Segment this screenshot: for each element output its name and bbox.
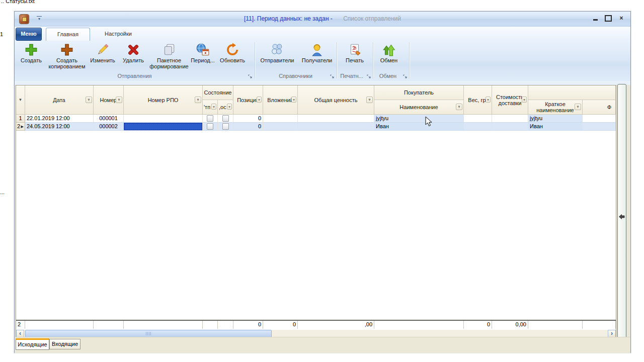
scrollbar-thumb[interactable] (25, 330, 272, 337)
delete-button-label: Удалить (118, 57, 148, 63)
row-indicator[interactable]: 1 (16, 115, 25, 123)
cell-short-name[interactable]: Иван (528, 123, 583, 131)
exchange-button-label: Обмен (375, 57, 403, 63)
cell-rpo-focused[interactable] (124, 123, 203, 131)
cell-state-tp[interactable] (203, 115, 218, 123)
table-row[interactable]: 1 22.01.2019 12:00 000001 0 jyjtyu jyjty… (16, 115, 616, 123)
maximize-icon[interactable] (604, 15, 612, 22)
refresh-button[interactable]: Обновить (218, 43, 247, 76)
cell-short-name[interactable]: jyjtyu (528, 115, 583, 123)
cell-date[interactable]: 22.01.2019 12:00 (25, 115, 94, 123)
cell-number[interactable]: 000001 (94, 115, 124, 123)
checkbox-unchecked[interactable] (207, 123, 213, 130)
edit-button[interactable]: Изменить (88, 43, 117, 76)
dialog-launcher-icon[interactable] (367, 74, 371, 78)
header-dropdown-icon[interactable]: ▾ (116, 97, 122, 103)
pencil-icon (95, 43, 110, 57)
column-header-total-value[interactable]: Общая ценность ▾ (298, 85, 374, 115)
cell-buyer-name[interactable]: Иван (374, 123, 464, 131)
header-dropdown-icon[interactable]: ▾ (291, 97, 296, 103)
checkbox-unchecked[interactable] (222, 123, 229, 130)
column-header-f[interactable]: Ф (583, 100, 616, 115)
cell-state-os[interactable] (218, 123, 233, 131)
column-header-number[interactable]: Номер ▾ (94, 85, 124, 115)
dialog-launcher-icon[interactable] (330, 74, 335, 78)
header-dropdown-icon[interactable]: ▾ (522, 97, 527, 103)
column-header-weight[interactable]: Вес, гр. ▾ (464, 85, 492, 115)
column-header-weight-label: Вес, гр. (468, 97, 487, 103)
dialog-launcher-icon[interactable] (403, 74, 408, 78)
cell-f[interactable] (583, 123, 616, 131)
cell-total-value[interactable] (298, 123, 374, 131)
create-copy-button[interactable]: Создать копированием (46, 43, 88, 76)
band-header-state[interactable]: Состояние (203, 85, 233, 100)
close-icon[interactable]: × (617, 15, 625, 22)
cell-state-tp[interactable] (203, 123, 218, 131)
header-dropdown-icon[interactable]: ▾ (195, 97, 201, 103)
tab-glavnaya[interactable]: Главная (46, 28, 90, 41)
scroll-right-icon[interactable]: › (608, 330, 616, 337)
column-header-delivery-cost[interactable]: Стоимость доставки ▾ (492, 85, 528, 115)
cell-weight[interactable] (464, 115, 492, 123)
band-header-unnamed[interactable] (528, 85, 616, 100)
header-dropdown-icon[interactable]: ▾ (456, 104, 462, 110)
cell-date[interactable]: 24.05.2019 12:00 (25, 123, 94, 131)
column-header-attachments[interactable]: Вложений ▾ (263, 85, 298, 115)
header-dropdown-icon[interactable]: ▾ (257, 97, 262, 103)
column-header-rpo[interactable]: Номер РПО ▾ (124, 85, 203, 115)
exchange-button[interactable]: Обмен (375, 43, 403, 76)
cell-weight[interactable] (464, 123, 492, 131)
create-button[interactable]: Создать (18, 43, 45, 76)
delete-button[interactable]: Удалить (118, 43, 148, 76)
grid-selector-header[interactable]: ▼ (16, 85, 25, 115)
column-header-buyer-name[interactable]: Наименование ▾ (374, 100, 464, 115)
cell-delivery-cost[interactable] (492, 123, 528, 131)
cell-delivery-cost[interactable] (492, 115, 528, 123)
header-dropdown-icon[interactable]: ▾ (366, 97, 373, 103)
cell-positions[interactable]: 0 (233, 123, 263, 131)
header-dropdown-icon[interactable]: ▾ (486, 97, 491, 103)
group-label-spravochniki: Справочники (255, 72, 337, 79)
recipients-button-label: Получатели (298, 57, 336, 63)
scroll-left-icon[interactable]: ‹ (16, 330, 24, 337)
print-button[interactable]: Печать (339, 43, 370, 76)
period-button[interactable]: Период... (189, 43, 217, 76)
tab-outgoing[interactable]: Исходящие (16, 338, 49, 350)
header-dropdown-icon[interactable]: ▾ (211, 104, 216, 110)
batch-form-button[interactable]: Пакетное формирование (149, 43, 189, 76)
header-dropdown-icon[interactable]: ▾ (227, 104, 232, 110)
recipients-button[interactable]: Получатели (298, 43, 336, 76)
column-header-positions[interactable]: Позиций ▾ (233, 85, 263, 115)
cell-number[interactable]: 000002 (94, 123, 124, 131)
cell-attachments[interactable] (263, 115, 298, 123)
menu-button[interactable]: Меню (16, 28, 42, 41)
dialog-launcher-icon[interactable] (248, 74, 253, 78)
band-header-buyer[interactable]: Покупатель (374, 85, 464, 100)
cell-positions[interactable]: 0 (233, 115, 263, 123)
column-header-short-name[interactable]: Краткое наименование ▾ (528, 100, 583, 115)
cell-f[interactable] (583, 115, 616, 123)
checkbox-unchecked[interactable] (222, 115, 229, 122)
collapse-left-arrow-icon[interactable] (618, 213, 625, 221)
tab-incoming[interactable]: Входящие (49, 339, 80, 349)
header-dropdown-icon[interactable]: ▾ (575, 104, 581, 110)
tab-nastroyki[interactable]: Настройки (90, 28, 146, 40)
cell-total-value[interactable] (298, 115, 374, 123)
column-header-state-tp[interactable]: 'тп ▾ (203, 100, 218, 115)
column-header-state-os[interactable]: ,ос ▾ (218, 100, 233, 115)
cell-attachments[interactable] (263, 123, 298, 131)
summary-f (583, 321, 616, 329)
cell-rpo[interactable] (124, 115, 203, 123)
header-dropdown-icon[interactable]: ▾ (86, 97, 92, 103)
cell-buyer-name[interactable]: jyjtyu (374, 115, 464, 123)
row-indicator[interactable]: 2 ▶ (16, 123, 25, 131)
column-header-date[interactable]: Дата ▾ (25, 85, 94, 115)
collapsed-side-panel[interactable] (617, 84, 626, 348)
senders-button[interactable]: Отправители (257, 43, 297, 76)
cell-state-os[interactable] (218, 115, 233, 123)
horizontal-scrollbar[interactable]: ‹ › (16, 330, 616, 337)
title-bar[interactable]: ▾ [11]. Период данных: не задан - Список… (15, 12, 630, 27)
table-row-selected[interactable]: 2 ▶ 24.05.2019 12:00 000002 0 Иван Иван (16, 123, 616, 131)
checkbox-unchecked[interactable] (207, 115, 213, 122)
minimize-icon[interactable] (591, 15, 599, 22)
